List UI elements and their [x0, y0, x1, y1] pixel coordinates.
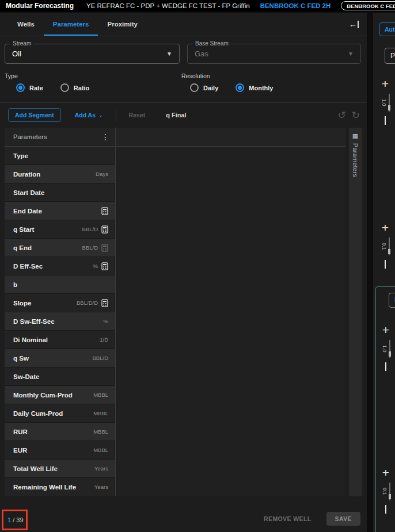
- save-button[interactable]: SAVE: [326, 512, 360, 526]
- calculator-icon[interactable]: [101, 299, 108, 307]
- param-name: Duration: [13, 171, 40, 178]
- scale-value-label: 0.1: [381, 243, 387, 250]
- current-well-name[interactable]: BENBROOK C FED 2H: [260, 2, 331, 9]
- parameters-side-tab[interactable]: ▦ Parameters: [349, 128, 362, 496]
- minus-icon[interactable]: [385, 260, 386, 269]
- param-name: Remaining Well Life: [13, 484, 76, 491]
- scale-slider[interactable]: [389, 94, 390, 112]
- annotation-red-box: 1 / 39: [2, 510, 28, 530]
- param-unit: MBBL: [93, 447, 108, 453]
- pagination-total: 39: [16, 516, 23, 523]
- radio-rate[interactable]: Rate: [16, 83, 43, 92]
- table-row: Remaining Well Life Years: [5, 478, 115, 496]
- minus-icon[interactable]: [385, 505, 387, 514]
- scale-value-label: 1.0: [382, 345, 388, 353]
- side-tab-label: Parameters: [352, 143, 359, 177]
- radio-checked-icon: [236, 83, 244, 92]
- param-name: Sw-Date: [13, 373, 39, 380]
- tab-proximity[interactable]: Proximity: [98, 13, 146, 36]
- plus-icon[interactable]: +: [382, 324, 389, 336]
- redo-icon[interactable]: ↻: [352, 110, 360, 120]
- top-bar: Modular Forecasting YE REFRAC FC - PDP +…: [0, 0, 395, 12]
- plus-icon[interactable]: +: [382, 78, 389, 90]
- scale-slider[interactable]: [389, 340, 390, 358]
- scale-value-label: 1.0: [381, 99, 387, 106]
- param-name: Monthly Cum-Prod: [13, 392, 73, 399]
- table-row: Type: [5, 147, 115, 165]
- tab-parameters[interactable]: Parameters: [44, 13, 98, 36]
- radio-unchecked-icon: [60, 83, 69, 92]
- param-unit: Years: [94, 465, 108, 472]
- well-pagination[interactable]: 1 / 39: [7, 516, 24, 523]
- plus-icon[interactable]: +: [382, 466, 389, 479]
- table-row: End Date: [5, 202, 115, 220]
- param-name: q Sw: [13, 355, 29, 362]
- slider-thumb-icon[interactable]: [389, 351, 391, 357]
- param-unit: 1/D: [100, 336, 108, 343]
- calculator-icon[interactable]: [101, 207, 108, 215]
- add-segment-button[interactable]: Add Segment: [8, 108, 61, 122]
- scale-slider[interactable]: [389, 483, 390, 500]
- chevron-down-icon: ⌄: [98, 112, 103, 118]
- calculator-icon[interactable]: [101, 262, 108, 270]
- slider-thumb-icon[interactable]: [388, 105, 390, 110]
- param-unit: MBBL: [93, 392, 108, 398]
- auto-button[interactable]: Aut: [379, 22, 395, 36]
- add-as-button[interactable]: Add As ⌄: [71, 111, 107, 119]
- chart-controls-strip: Aut P + 1.0 + 0.1 E + 1.0: [373, 13, 395, 532]
- e-dropdown-button[interactable]: E: [389, 293, 395, 308]
- param-name: Slope: [13, 300, 31, 307]
- arrow-left-icon: ←: [349, 20, 357, 28]
- table-grid-icon: ▦: [352, 133, 358, 139]
- kebab-menu-icon[interactable]: ⋮: [101, 133, 109, 141]
- p-dropdown-button[interactable]: P: [385, 48, 395, 64]
- param-name: Di Nominal: [13, 336, 48, 343]
- base-stream-select[interactable]: Base Stream Gas ▼: [187, 44, 361, 64]
- param-name: RUR: [13, 428, 28, 435]
- radio-daily-label: Daily: [203, 85, 218, 91]
- parameters-values-area[interactable]: [116, 147, 345, 496]
- table-row: Sw-Date: [5, 368, 115, 386]
- q-final-label: q Final: [166, 112, 186, 118]
- undo-redo-group: ↺ ↻: [338, 110, 360, 120]
- param-unit: Years: [94, 484, 108, 490]
- calculator-icon[interactable]: [101, 225, 108, 234]
- radio-rate-label: Rate: [29, 85, 43, 91]
- type-group-label: Type: [5, 72, 89, 79]
- parameters-rows: Type Duration Days Start Date End Date q…: [5, 147, 115, 496]
- param-name: D Eff-Sec: [13, 263, 43, 270]
- param-unit: BBL/D: [93, 355, 108, 361]
- param-name: Type: [13, 152, 28, 159]
- tab-wells[interactable]: Wells: [8, 13, 44, 36]
- slider-thumb-icon[interactable]: [388, 249, 390, 254]
- chart-scale-control: + 0.1: [378, 221, 393, 269]
- minus-icon[interactable]: [385, 116, 386, 125]
- collapse-panel-button[interactable]: ←: [349, 13, 359, 36]
- table-row: q Sw BBL/D: [5, 349, 115, 368]
- stream-select[interactable]: Stream Oil ▼: [5, 44, 180, 64]
- minus-icon[interactable]: [385, 362, 387, 371]
- calculator-icon[interactable]: [101, 244, 108, 252]
- add-as-label: Add As: [75, 112, 96, 118]
- radio-checked-icon: [16, 83, 25, 92]
- scale-slider[interactable]: [389, 238, 390, 255]
- remove-well-button[interactable]: REMOVE WELL: [260, 515, 315, 523]
- chart-scale-control: + 0.1: [378, 466, 393, 514]
- table-row: Duration Days: [5, 165, 115, 183]
- param-name: Daily Cum-Prod: [13, 410, 63, 417]
- chart-scale-control: + 1.0: [378, 324, 393, 371]
- reset-button[interactable]: Reset: [126, 111, 149, 119]
- param-unit: %: [104, 318, 108, 324]
- plus-icon[interactable]: +: [382, 221, 389, 234]
- slider-thumb-icon[interactable]: [389, 494, 391, 499]
- forecast-title: YE REFRAC FC - PDP + WEDGE FC TEST - FP …: [86, 2, 250, 9]
- well-pill[interactable]: BENBROOK C FED 2H N/A: [341, 1, 395, 10]
- base-stream-select-value: Gas: [195, 49, 208, 58]
- radio-ratio[interactable]: Ratio: [60, 83, 90, 92]
- parameters-header-label: Parameters: [13, 133, 47, 140]
- undo-icon[interactable]: ↺: [338, 110, 346, 120]
- radio-daily[interactable]: Daily: [190, 83, 218, 92]
- parameters-table: Parameters ⋮ Type Duration Days Start Da…: [5, 128, 345, 496]
- tabs-bar: Wells Parameters Proximity ←: [0, 13, 367, 36]
- radio-monthly[interactable]: Monthly: [236, 83, 273, 92]
